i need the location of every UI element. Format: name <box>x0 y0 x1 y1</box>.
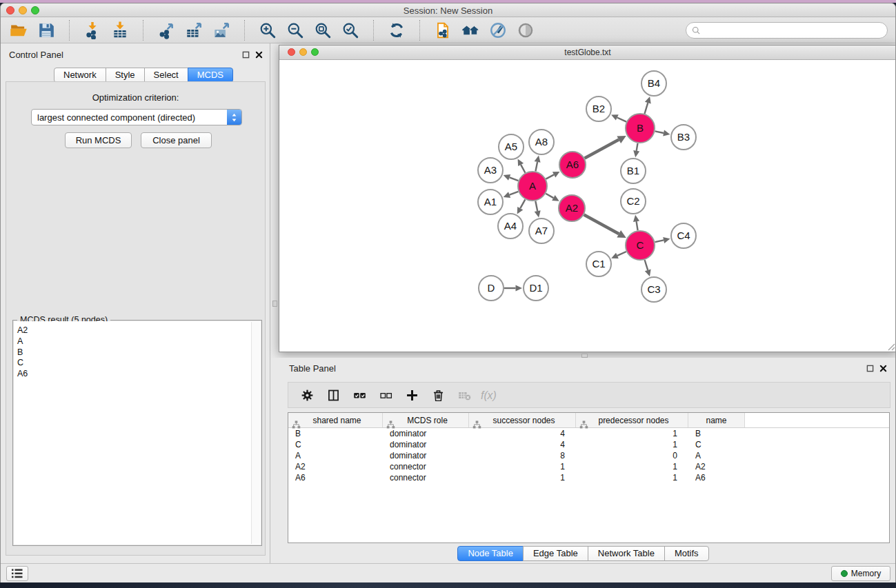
memory-button[interactable]: Memory <box>831 566 890 581</box>
table-cell[interactable]: A6 <box>688 472 745 483</box>
fit-selected-button[interactable] <box>337 19 364 41</box>
open-session-button[interactable] <box>5 19 32 41</box>
table-cell[interactable]: 1 <box>576 428 688 439</box>
table-cell[interactable]: C <box>288 439 383 450</box>
vertical-splitter-handle[interactable] <box>272 301 277 307</box>
graph-edge-A-A8[interactable] <box>535 162 537 172</box>
export-table-button[interactable] <box>180 19 208 41</box>
tab-network-table[interactable]: Network Table <box>588 546 665 561</box>
table-row[interactable]: A6connector11A6 <box>288 472 889 483</box>
tab-select[interactable]: Select <box>144 68 188 83</box>
close-table-panel-button[interactable] <box>878 363 888 373</box>
graph-edge-C-C2[interactable] <box>637 221 638 230</box>
table-row[interactable]: Adominator80A <box>288 450 889 461</box>
import-network-button[interactable] <box>79 19 106 41</box>
network-window-titlebar[interactable]: testGlobe.txt <box>279 45 896 60</box>
mcds-result-item[interactable]: B <box>14 347 261 358</box>
graph-edge-A-A1[interactable] <box>510 192 519 195</box>
float-panel-button[interactable] <box>241 50 250 59</box>
column-header-shared-name[interactable]: shared name <box>288 413 383 427</box>
table-cell[interactable]: dominator <box>383 439 469 450</box>
network-view-window[interactable]: testGlobe.txt B4B2BB3A8A5A6A3B1AC2A1A2A4… <box>279 45 896 352</box>
table-cell[interactable]: A <box>288 450 383 461</box>
table-cell[interactable]: B <box>688 428 745 439</box>
mcds-result-item[interactable]: A2 <box>14 325 261 336</box>
create-column-button[interactable] <box>399 385 425 405</box>
table-cell[interactable]: 1 <box>469 472 576 483</box>
table-cell[interactable]: 1 <box>469 461 576 472</box>
tab-motifs[interactable]: Motifs <box>664 546 709 561</box>
fit-content-button[interactable] <box>309 19 337 41</box>
table-cell[interactable]: 1 <box>576 461 688 472</box>
zoom-out-button[interactable] <box>281 19 309 41</box>
run-mcds-button[interactable]: Run MCDS <box>65 132 132 148</box>
save-session-button[interactable] <box>32 19 60 41</box>
tab-mcds[interactable]: MCDS <box>188 68 233 83</box>
graph-edge-A-A3[interactable] <box>510 177 519 181</box>
graph-edge-C-C1[interactable] <box>617 252 626 256</box>
apply-preferred-layout-button[interactable] <box>383 19 410 41</box>
show-all-button[interactable] <box>512 19 539 41</box>
deselect-all-button[interactable] <box>372 385 399 405</box>
graph-edge-B-B3[interactable] <box>655 131 664 133</box>
zoom-in-button[interactable] <box>254 19 281 41</box>
table-cell[interactable]: 1 <box>576 439 688 450</box>
tab-edge-table[interactable]: Edge Table <box>523 546 588 561</box>
table-row[interactable]: Bdominator41B <box>288 428 889 439</box>
export-network-button[interactable] <box>152 19 180 41</box>
table-cell[interactable]: connector <box>383 461 469 472</box>
app-titlebar[interactable]: Session: New Session <box>1 3 895 17</box>
table-cell[interactable]: dominator <box>383 428 469 439</box>
column-header-successor-nodes[interactable]: successor nodes <box>469 413 576 427</box>
table-cell[interactable]: A2 <box>288 461 383 472</box>
graph-edge-A2-C[interactable] <box>584 215 619 234</box>
tab-node-table[interactable]: Node Table <box>457 546 524 561</box>
close-panel-button[interactable] <box>254 50 263 59</box>
table-cell[interactable]: A <box>688 450 745 461</box>
graph-edge-A-A7[interactable] <box>535 201 537 212</box>
scrollbar-track[interactable] <box>251 322 260 544</box>
mcds-result-item[interactable]: C <box>14 358 261 369</box>
table-cell[interactable]: 4 <box>469 439 576 450</box>
optimization-criterion-select[interactable]: largest connected component (directed) <box>31 109 242 125</box>
graph-edge-C-C4[interactable] <box>655 240 664 242</box>
select-all-button[interactable] <box>346 385 372 405</box>
column-header-predecessor-nodes[interactable]: predecessor nodes <box>576 413 688 427</box>
graph-edge-B-B4[interactable] <box>645 103 648 114</box>
column-header-name[interactable]: name <box>688 413 745 427</box>
mcds-result-item[interactable]: A <box>14 336 261 347</box>
show-column-button[interactable] <box>320 385 346 405</box>
delete-column-button[interactable] <box>425 385 451 405</box>
float-table-panel-button[interactable] <box>865 363 875 373</box>
graph-edge-B-B1[interactable] <box>637 143 638 151</box>
column-header-mcds-role[interactable]: MCDS role <box>383 413 469 427</box>
graph-edge-A-A4[interactable] <box>520 199 525 208</box>
first-neighbors-button[interactable] <box>457 19 484 41</box>
network-canvas[interactable]: B4B2BB3A8A5A6A3B1AC2A1A2A4A7C4CC1C3DD1 <box>279 60 896 352</box>
import-table-button[interactable] <box>106 19 134 41</box>
table-cell[interactable]: A2 <box>688 461 745 472</box>
graph-edge-A-A2[interactable] <box>546 194 553 198</box>
table-settings-button[interactable] <box>294 385 320 405</box>
table-row[interactable]: Cdominator41C <box>288 439 889 450</box>
close-panel-button-mcds[interactable]: Close panel <box>141 132 212 148</box>
table-cell[interactable]: 4 <box>469 428 576 439</box>
table-cell[interactable]: 1 <box>576 472 688 483</box>
export-image-button[interactable] <box>208 19 235 41</box>
search-text-field[interactable] <box>701 26 887 35</box>
graph-edge-C-C3[interactable] <box>645 260 648 270</box>
task-history-button[interactable] <box>6 566 28 581</box>
table-cell[interactable]: 0 <box>576 450 688 461</box>
graph-edge-A-A5[interactable] <box>521 165 525 173</box>
search-input[interactable] <box>686 22 888 39</box>
network-graph[interactable]: B4B2BB3A8A5A6A3B1AC2A1A2A4A7C4CC1C3DD1 <box>279 60 896 352</box>
tab-style[interactable]: Style <box>106 68 145 83</box>
new-network-from-selection-button[interactable] <box>429 19 457 41</box>
graph-edge-A-A6[interactable] <box>546 174 554 179</box>
table-cell[interactable]: C <box>688 439 745 450</box>
table-row[interactable]: A2connector11A2 <box>288 461 889 472</box>
table-cell[interactable]: connector <box>383 472 469 483</box>
graph-edge-A6-B[interactable] <box>585 140 619 159</box>
table-cell[interactable]: 8 <box>469 450 576 461</box>
table-cell[interactable]: dominator <box>383 450 469 461</box>
